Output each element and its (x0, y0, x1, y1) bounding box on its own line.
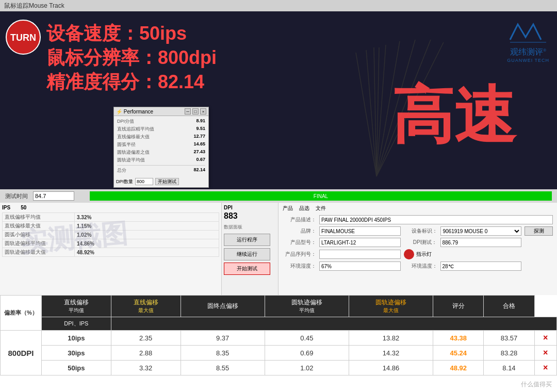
brand-reg: ® (543, 48, 546, 53)
dpi-line: 鼠标分辨率：800dpi (46, 46, 217, 70)
green-bar-text: FINAL (314, 193, 328, 199)
table-row: 直线偏移平均值 3.32% (3, 213, 219, 222)
linear-avg-50: 3.32 (111, 361, 181, 375)
start-measure-button[interactable]: 开始测试 (224, 263, 270, 275)
table-row-50ips: 50ips 3.32 8.55 1.02 14.86 48.92 8.14 × (1, 361, 557, 375)
continue-run-button[interactable]: 继续运行 (224, 248, 270, 260)
table-row: 圆轨迹偏移最大值 48.92% (3, 248, 219, 257)
perf-dpi-value: 8.91 (196, 118, 205, 125)
close-button[interactable]: × (200, 108, 206, 115)
perf-row-linear-avg: 直线追踪精平均值 9.51 (117, 126, 205, 133)
left-row-1-label: 直线偏移最大值 (3, 222, 75, 231)
menu-item-select[interactable]: 品选 (299, 205, 309, 212)
ips-30: 30ips (42, 346, 111, 361)
product-desc-input[interactable] (319, 215, 553, 224)
serial-label: 产品序列号： (283, 251, 316, 258)
table-row-30ips: 30ips 2.88 8.35 0.69 14.32 45.24 83.28 × (1, 346, 557, 361)
maximize-button[interactable]: □ (192, 108, 199, 115)
left-stats-table: 直线偏移平均值 3.32% 直线偏移最大值 1.15% 圆弧小偏移 1.02% (2, 213, 219, 257)
menu-item-file[interactable]: 文件 (316, 205, 326, 212)
speed-label: 设备速度： (46, 23, 139, 44)
device-select[interactable]: 9061919 MOUSE 0 (440, 226, 522, 236)
serial-input[interactable] (319, 250, 401, 259)
linear-max-10: 9.37 (181, 331, 265, 346)
ips-10: 10ips (42, 331, 111, 346)
perf-row-total: 总分 82.14 (117, 167, 205, 174)
run-program-button[interactable]: 运行程序 (224, 234, 270, 246)
left-row-0-value: 3.32% (75, 213, 219, 222)
score-header: 评分 (433, 296, 484, 317)
perf-linear-avg-label: 直线追踪精平均值 (117, 126, 154, 133)
brand-input[interactable] (319, 226, 401, 236)
speed-line: 设备速度：50ips (46, 22, 217, 46)
dpi-ips-subheader: DPI、IPS (42, 317, 111, 331)
attribution-text: 什么值得买 (521, 380, 552, 389)
middle-top-bar: 测试时间 FINAL (0, 189, 557, 203)
top-section: TURN 设备速度：50ips 鼠标分辨率：800dpi 精准度得分：82.14 (0, 11, 557, 189)
left-row-1-value: 1.15% (75, 222, 219, 231)
humidity-input[interactable] (319, 262, 401, 271)
perf-circle-avg-label: 圆轨迹平均值 (117, 157, 145, 164)
perf-dpi-label: DPI分值 (117, 118, 134, 125)
temp-input[interactable] (440, 262, 522, 271)
circle-end-header: 圆终点偏移 (181, 296, 265, 317)
perf-circle-dev-value: 27.43 (193, 149, 205, 156)
perf-total-label: 总分 (117, 167, 126, 174)
dpi-input[interactable] (135, 178, 153, 185)
detect-button[interactable]: 探测 (525, 226, 553, 236)
pass-30: × (534, 346, 556, 361)
indicator-button[interactable] (404, 249, 414, 259)
left-row-0-label: 直线偏移平均值 (3, 213, 75, 222)
circle-track-max-header: 圆轨迹偏移 最大值 (349, 296, 433, 317)
table-header-row-1: 偏差率（%） 直线偏移 平均值 直线偏移 最大值 圆终点偏移 圆轨迹偏移 平均值… (1, 296, 557, 317)
score-label: 精准度得分： (46, 71, 158, 92)
empty-subheader (111, 317, 556, 331)
dpi-input-label: DPI数量 (116, 178, 133, 185)
dpi-test-label: DPI测试： (404, 239, 437, 246)
center-dpi-label: DPI (224, 205, 276, 210)
menu-item-product[interactable]: 产品 (283, 205, 293, 212)
left-panel: IPS 50 直线偏移平均值 3.32% 直线偏移最大值 1.15% (0, 203, 222, 295)
circle-max-30: 45.24 (433, 346, 484, 361)
center-dpi-value: 883 (224, 211, 276, 221)
perf-divider (117, 165, 205, 166)
dpi-label: 鼠标分辨率： (46, 47, 158, 68)
dpi-test-input[interactable] (440, 238, 522, 247)
linear-max-50: 8.55 (181, 361, 265, 375)
linear-avg-header: 直线偏移 平均值 (42, 296, 111, 317)
center-panel: DPI 883 数据面板 运行程序 继续运行 开始测试 (222, 203, 278, 295)
score-line: 精准度得分：82.14 (46, 70, 217, 94)
circle-end-10: 0.45 (265, 331, 349, 346)
speed-value: 50ips (139, 23, 187, 44)
left-row-2-value: 1.02% (75, 231, 219, 239)
test-time-input[interactable] (33, 191, 74, 201)
middle-content: IPS 50 直线偏移平均值 3.32% 直线偏移最大值 1.15% (0, 203, 557, 295)
left-row-3-label: 圆轨迹偏移平均值 (3, 239, 75, 248)
perf-row-dpi: DPI分值 8.91 (117, 118, 205, 125)
pass-50: × (534, 361, 556, 375)
perf-window-content: DPI分值 8.91 直线追踪精平均值 9.51 直线偏移最大值 12.77 圆… (114, 116, 208, 177)
start-test-button[interactable]: 开始测试 (155, 178, 179, 185)
svg-line-10 (356, 53, 376, 176)
circle-max-50: 48.92 (433, 361, 484, 375)
perf-row-circle-avg: 圆轨迹平均值 0.67 (117, 157, 205, 164)
circle-avg-10: 13.82 (349, 331, 433, 346)
ips-header-label: IPS (2, 205, 10, 210)
minimize-button[interactable]: ─ (185, 108, 191, 115)
perf-footer: DPI数量 开始测试 (114, 177, 208, 187)
product-desc-label: 产品描述： (283, 216, 316, 223)
right-menu-bar[interactable]: 产品 品选 文件 (283, 205, 553, 212)
circle-max-10: 43.38 (433, 331, 484, 346)
brand-subtitle: GUANWEI TECH (507, 58, 549, 63)
title-bar: 鼠标追踪Mouse Track (0, 0, 557, 11)
brand-name: 观纬测评® (507, 47, 549, 58)
indicator-container: 指示灯 (404, 249, 553, 259)
indicator-label: 指示灯 (416, 251, 432, 258)
perf-linear-max-value: 12.77 (193, 134, 205, 140)
green-status-bar: FINAL (90, 191, 552, 201)
perf-circle-dev-label: 圆轨迹偏差之值 (117, 149, 150, 156)
middle-section-wrapper: 测试时间 FINAL IPS 50 直线偏移平均值 3.32% (0, 189, 557, 295)
model-input[interactable] (319, 238, 401, 247)
perf-window-controls[interactable]: ─ □ × (185, 108, 206, 115)
table-row-10ips: 800DPI 10ips 2.35 9.37 0.45 13.82 43.38 … (1, 331, 557, 346)
